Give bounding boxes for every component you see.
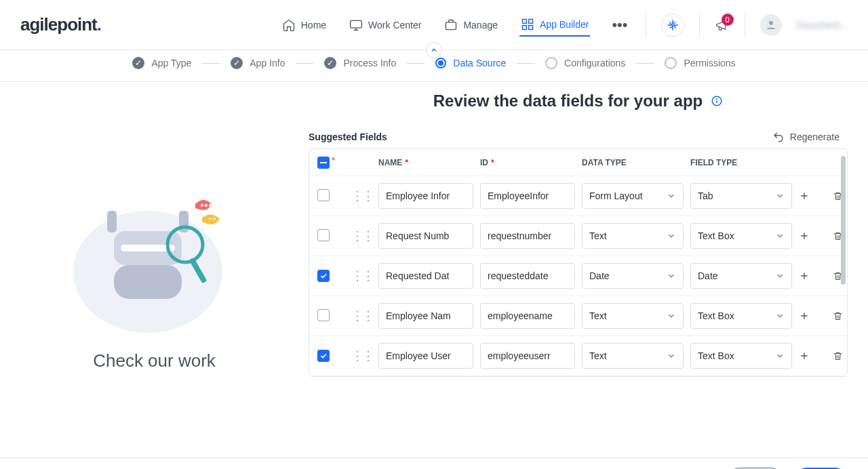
svg-point-16 bbox=[205, 204, 208, 207]
nav-app-builder-label: App Builder bbox=[540, 19, 589, 30]
nav-app-builder[interactable]: App Builder bbox=[519, 14, 590, 37]
table-row: ⋮⋮ Employee User employeeuserr Text Text… bbox=[309, 336, 847, 376]
add-field-button[interactable] bbox=[799, 270, 810, 281]
row-checkbox[interactable] bbox=[317, 189, 330, 201]
table-row: ⋮⋮ Employee Infor EmployeeInfor Form Lay… bbox=[309, 176, 847, 216]
wizard-steps: ✓App Type ✓App Info ✓Process Info Data S… bbox=[0, 50, 868, 82]
avatar[interactable] bbox=[760, 14, 782, 36]
data-type-select[interactable]: Form Layout bbox=[582, 183, 684, 209]
add-field-button[interactable] bbox=[799, 350, 810, 361]
user-name: Document... bbox=[797, 20, 848, 30]
field-type-select[interactable]: Text Box bbox=[690, 303, 792, 329]
name-input[interactable]: Employee Infor bbox=[378, 183, 473, 209]
app-grid-icon bbox=[521, 18, 534, 31]
id-input[interactable]: requesteddate bbox=[480, 263, 575, 289]
row-checkbox[interactable] bbox=[317, 350, 330, 362]
name-input[interactable]: Requested Dat bbox=[378, 263, 473, 289]
data-type-select[interactable]: Text bbox=[582, 223, 684, 249]
field-type-select[interactable]: Text Box bbox=[690, 223, 792, 249]
notification-badge: 0 bbox=[722, 14, 734, 26]
regenerate-button[interactable]: Regenerate bbox=[772, 131, 840, 143]
chevron-down-icon bbox=[667, 271, 676, 281]
step-data-source[interactable]: Data Source bbox=[435, 58, 506, 68]
svg-rect-1 bbox=[446, 22, 456, 29]
separator bbox=[646, 13, 646, 37]
drag-handle-icon[interactable]: ⋮⋮ bbox=[351, 188, 372, 203]
name-input[interactable]: Employee User bbox=[378, 343, 473, 369]
pinwheel-icon[interactable] bbox=[661, 14, 684, 37]
svg-rect-2 bbox=[523, 19, 527, 23]
svg-point-15 bbox=[201, 204, 203, 207]
row-checkbox[interactable] bbox=[317, 229, 330, 241]
name-input[interactable]: Request Numb bbox=[378, 223, 473, 249]
data-type-select[interactable]: Text bbox=[582, 303, 684, 329]
nav-manage[interactable]: Manage bbox=[443, 14, 499, 36]
field-type-select[interactable]: Text Box bbox=[690, 343, 792, 369]
svg-rect-8 bbox=[114, 265, 182, 299]
home-icon bbox=[282, 18, 296, 32]
illustration-caption: Check our work bbox=[93, 350, 216, 371]
fields-table: * NAME* ID* DATA TYPE FIELD TYPE ⋮⋮ Empl… bbox=[309, 148, 848, 377]
nav-home[interactable]: Home bbox=[281, 14, 328, 36]
info-icon[interactable] bbox=[711, 95, 723, 107]
more-icon: ••• bbox=[612, 16, 627, 34]
drag-handle-icon[interactable]: ⋮⋮ bbox=[351, 348, 372, 363]
data-type-select[interactable]: Date bbox=[582, 263, 684, 289]
add-field-button[interactable] bbox=[799, 190, 810, 201]
delete-field-button[interactable] bbox=[833, 351, 843, 361]
table-row: ⋮⋮ Employee Nam employeename Text Text B… bbox=[309, 296, 847, 336]
col-id: ID bbox=[480, 158, 488, 167]
data-type-select[interactable]: Text bbox=[582, 343, 684, 369]
svg-point-18 bbox=[209, 218, 211, 220]
id-input[interactable]: employeename bbox=[480, 303, 575, 329]
chevron-down-icon bbox=[775, 271, 785, 281]
svg-rect-4 bbox=[523, 25, 527, 29]
id-input[interactable]: employeeuserr bbox=[480, 343, 575, 369]
nav-manage-label: Manage bbox=[463, 20, 498, 30]
svg-point-6 bbox=[769, 21, 773, 25]
nav-home-label: Home bbox=[301, 20, 326, 30]
name-input[interactable]: Employee Nam bbox=[378, 303, 473, 329]
page-title: Review the data fields for your app bbox=[433, 91, 703, 110]
row-checkbox[interactable] bbox=[317, 270, 330, 282]
drag-handle-icon[interactable]: ⋮⋮ bbox=[351, 268, 372, 283]
delete-field-button[interactable] bbox=[833, 311, 843, 321]
drag-handle-icon[interactable]: ⋮⋮ bbox=[351, 228, 372, 243]
chevron-down-icon bbox=[667, 311, 676, 321]
svg-rect-11 bbox=[107, 211, 117, 232]
separator bbox=[699, 13, 700, 37]
wizard-collapse-toggle[interactable] bbox=[426, 42, 442, 58]
svg-point-17 bbox=[209, 204, 212, 207]
robot-illustration bbox=[66, 184, 243, 333]
id-input[interactable]: EmployeeInfor bbox=[480, 183, 575, 209]
id-input[interactable]: requestnumber bbox=[480, 223, 575, 249]
step-app-type[interactable]: ✓App Type bbox=[132, 57, 191, 69]
scrollbar-thumb[interactable] bbox=[841, 156, 846, 285]
select-all-checkbox[interactable] bbox=[317, 157, 330, 169]
svg-point-19 bbox=[213, 218, 215, 220]
separator bbox=[745, 13, 745, 37]
notifications-button[interactable]: 0 bbox=[715, 18, 730, 33]
footer: Cancel Back Next bbox=[0, 457, 868, 469]
step-configurations[interactable]: Configurations bbox=[545, 57, 625, 69]
step-permissions[interactable]: Permissions bbox=[665, 57, 735, 69]
table-row: ⋮⋮ Requested Dat requesteddate Date Date bbox=[309, 256, 847, 296]
field-type-select[interactable]: Tab bbox=[690, 183, 792, 209]
field-type-select[interactable]: Date bbox=[690, 263, 792, 289]
step-app-info[interactable]: ✓App Info bbox=[231, 57, 285, 69]
col-field-type: FIELD TYPE bbox=[690, 158, 737, 167]
regenerate-label: Regenerate bbox=[790, 131, 840, 142]
nav-more[interactable]: ••• bbox=[610, 12, 629, 38]
drag-handle-icon[interactable]: ⋮⋮ bbox=[351, 308, 372, 323]
chevron-down-icon bbox=[667, 191, 676, 201]
chevron-down-icon bbox=[667, 351, 676, 361]
add-field-button[interactable] bbox=[799, 310, 810, 321]
col-name: NAME bbox=[378, 158, 402, 167]
add-field-button[interactable] bbox=[799, 230, 810, 241]
monitor-icon bbox=[349, 18, 363, 32]
row-checkbox[interactable] bbox=[317, 309, 330, 321]
nav-work-center[interactable]: Work Center bbox=[348, 14, 422, 36]
svg-point-22 bbox=[717, 99, 717, 100]
step-process-info[interactable]: ✓Process Info bbox=[324, 57, 396, 69]
table-row: ⋮⋮ Request Numb requestnumber Text Text … bbox=[309, 216, 847, 256]
